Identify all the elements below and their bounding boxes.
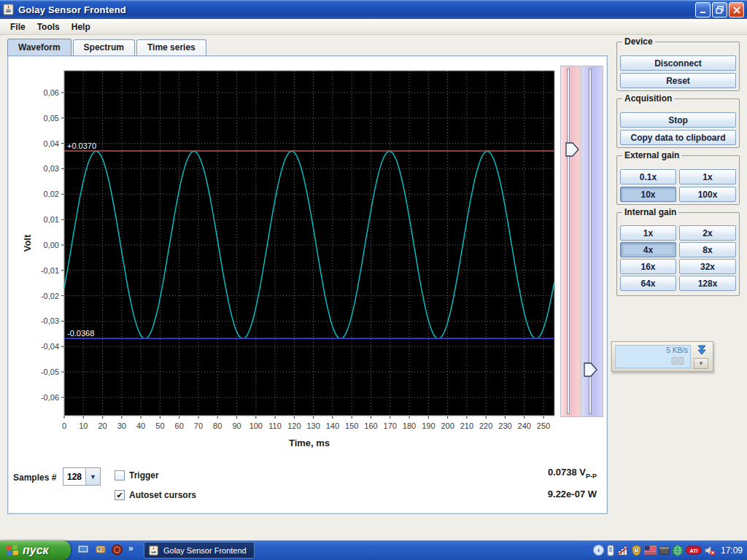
waveform-chart: 0102030405060708090100110120130140150160… xyxy=(9,58,560,452)
int-gain-32x-button[interactable]: 32x xyxy=(679,259,736,274)
plot-area xyxy=(64,71,554,416)
x-tick-label: 100 xyxy=(249,421,263,430)
minimize-button[interactable] xyxy=(695,2,711,18)
stop-button[interactable]: Stop xyxy=(620,112,736,128)
x-tick-label: 190 xyxy=(422,421,435,430)
minimize-icon xyxy=(700,7,707,14)
tab-strip: Waveform Spectrum Time series xyxy=(7,39,208,55)
x-tick-label: 150 xyxy=(345,421,358,430)
y-tick-label: -0,04 xyxy=(41,342,59,351)
tab-time-series[interactable]: Time series xyxy=(136,39,206,55)
ext-gain-1x-button[interactable]: 1x xyxy=(679,169,736,184)
close-button[interactable] xyxy=(729,2,744,18)
samples-combobox[interactable]: 128 ▼ xyxy=(63,467,101,486)
x-tick-label: 200 xyxy=(441,421,454,430)
acquisition-group-title: Acquisition xyxy=(622,93,674,104)
menu-file[interactable]: File xyxy=(4,20,31,34)
rate-panel: 5 KB/s xyxy=(615,345,691,368)
ati-icon[interactable]: ATI xyxy=(686,545,702,555)
phone-icon[interactable] xyxy=(606,545,615,556)
cursor-value-label: -0.0368 xyxy=(67,329,94,338)
taskbar: пуск » Golay Sensor Frontend ‹ xyxy=(0,540,747,560)
hide-tray-icons-button[interactable]: ‹ xyxy=(593,545,604,556)
start-button[interactable]: пуск xyxy=(0,540,71,560)
y-tick-label: -0,02 xyxy=(41,292,59,300)
x-tick-label: 180 xyxy=(403,421,416,430)
combo-dropdown-icon[interactable]: ▼ xyxy=(85,468,100,485)
x-tick-label: 70 xyxy=(194,421,203,430)
tab-waveform[interactable]: Waveform xyxy=(7,39,71,55)
x-tick-label: 210 xyxy=(460,421,473,430)
window-title: Golay Sensor Frontend xyxy=(18,4,126,15)
external-gain-title: External gain xyxy=(622,150,681,160)
ext-gain-0.1x-button[interactable]: 0.1x xyxy=(620,169,676,184)
disconnect-button[interactable]: Disconnect xyxy=(620,55,736,71)
show-desktop-icon[interactable] xyxy=(77,544,90,556)
upper-cursor-slider[interactable] xyxy=(560,66,581,417)
download-arrow-icon[interactable] xyxy=(695,345,708,357)
autoset-label: Autoset cursors xyxy=(129,490,196,500)
y-tick-label: -0,05 xyxy=(41,368,59,376)
messenger-icon[interactable] xyxy=(95,544,107,556)
menu-tools[interactable]: Tools xyxy=(31,20,66,34)
int-gain-64x-button[interactable]: 64x xyxy=(620,276,676,291)
tab-spectrum[interactable]: Spectrum xyxy=(73,39,135,55)
y-tick-label: -0,06 xyxy=(41,393,59,402)
title-bar: Golay Sensor Frontend xyxy=(0,0,747,19)
int-gain-16x-button[interactable]: 16x xyxy=(620,259,676,274)
volume-muted-icon[interactable] xyxy=(704,545,716,556)
ext-gain-100x-button[interactable]: 100x xyxy=(679,187,736,202)
security-shield-icon[interactable] xyxy=(631,545,642,556)
language-flag-icon[interactable] xyxy=(644,545,657,555)
system-tray: ‹ A xyxy=(593,540,747,560)
network-globe-icon[interactable] xyxy=(672,545,684,556)
device-group-title: Device xyxy=(622,36,655,47)
app-icon-small xyxy=(149,545,159,556)
app-icon xyxy=(3,4,15,15)
y-tick-label: 0,00 xyxy=(44,241,59,249)
int-gain-4x-button[interactable]: 4x xyxy=(620,242,676,257)
x-tick-label: 140 xyxy=(326,421,339,430)
menu-help[interactable]: Help xyxy=(66,20,96,34)
trigger-checkbox[interactable] xyxy=(115,470,125,481)
x-tick-label: 230 xyxy=(498,421,511,430)
copy-data-button[interactable]: Copy data to clipboard xyxy=(620,130,736,145)
x-tick-label: 0 xyxy=(62,421,66,430)
lower-cursor-slider[interactable] xyxy=(581,66,603,417)
download-rate-popup: 5 KB/s ▼ xyxy=(611,341,713,372)
x-tick-label: 240 xyxy=(518,421,531,430)
x-tick-label: 250 xyxy=(537,421,550,430)
int-gain-128x-button[interactable]: 128x xyxy=(679,276,736,291)
browser-icon[interactable] xyxy=(111,544,123,556)
reset-button[interactable]: Reset xyxy=(620,73,736,88)
int-gain-2x-button[interactable]: 2x xyxy=(679,225,736,241)
taskbar-app-button[interactable]: Golay Sensor Frontend xyxy=(144,542,255,559)
popup-dropdown-button[interactable]: ▼ xyxy=(694,358,708,369)
x-tick-label: 110 xyxy=(268,421,282,430)
windows-logo-icon xyxy=(5,543,20,558)
int-gain-8x-button[interactable]: 8x xyxy=(679,242,736,257)
y-tick-label: 0,04 xyxy=(44,139,59,148)
svg-text:ATI: ATI xyxy=(690,548,698,553)
autoset-checkbox-row: ✔ Autoset cursors xyxy=(115,490,196,500)
y-tick-label: 0,03 xyxy=(44,164,59,173)
ext-gain-10x-button[interactable]: 10x xyxy=(620,187,676,202)
x-tick-label: 160 xyxy=(364,421,377,430)
power-readout: 9.22e-07 W xyxy=(548,489,597,499)
autoset-checkbox[interactable]: ✔ xyxy=(115,490,125,500)
restore-button[interactable] xyxy=(712,2,727,18)
window-icon[interactable] xyxy=(659,545,670,556)
cursor-value-label: +0.0370 xyxy=(67,141,96,150)
lower-slider-thumb[interactable] xyxy=(584,362,597,377)
x-tick-label: 220 xyxy=(479,421,492,430)
menu-bar: File Tools Help xyxy=(0,19,747,35)
taskbar-clock: 17:09 xyxy=(721,545,743,556)
x-tick-label: 90 xyxy=(232,421,241,430)
x-tick-label: 50 xyxy=(155,421,164,430)
vpp-readout: 0.0738 VP-P xyxy=(548,467,597,480)
signal-icon[interactable] xyxy=(617,545,629,556)
int-gain-1x-button[interactable]: 1x xyxy=(620,225,676,241)
upper-slider-thumb[interactable] xyxy=(565,142,579,157)
rate-text: 5 KB/s xyxy=(667,346,688,354)
quick-launch-overflow[interactable]: » xyxy=(128,543,133,553)
